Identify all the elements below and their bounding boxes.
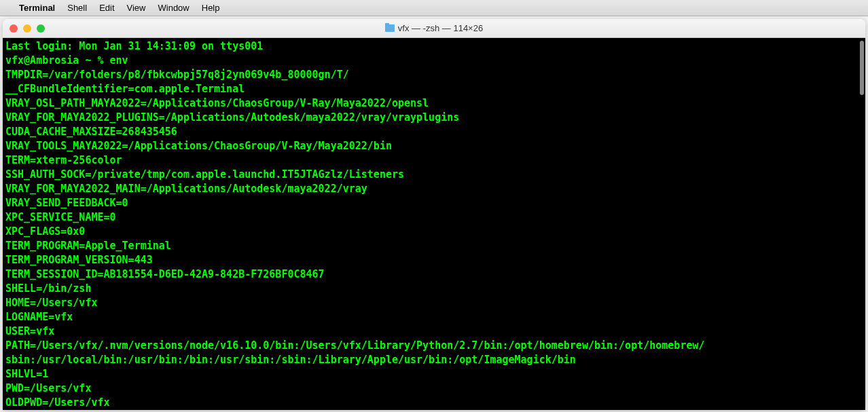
terminal-line: TERM_PROGRAM_VERSION=443 — [5, 253, 863, 267]
terminal-line: SHELL=/bin/zsh — [5, 282, 863, 296]
window-title-text: vfx — -zsh — 114×26 — [398, 23, 483, 33]
traffic-lights — [10, 24, 45, 33]
terminal-line: XPC_SERVICE_NAME=0 — [5, 210, 863, 225]
terminal-line: Last login: Mon Jan 31 14:31:09 on ttys0… — [5, 39, 863, 54]
terminal-line: PWD=/Users/vfx — [5, 381, 863, 396]
terminal-line: VRAY_FOR_MAYA2022_PLUGINS=/Applications/… — [5, 111, 863, 125]
terminal-line: VRAY_SEND_FEEDBACK=0 — [5, 196, 863, 210]
terminal-line: TERM_SESSION_ID=AB181554-D6ED-42A9-842B-… — [5, 267, 863, 282]
window-menu[interactable]: Window — [158, 3, 189, 13]
terminal-line: VRAY_FOR_MAYA2022_MAIN=/Applications/Aut… — [5, 182, 863, 196]
terminal-line: TMPDIR=/var/folders/p8/fbkcwbpj57q8j2yn0… — [5, 68, 863, 82]
terminal-line: SSH_AUTH_SOCK=/private/tmp/com.apple.lau… — [5, 168, 863, 182]
window-title: vfx — -zsh — 114×26 — [385, 23, 483, 33]
terminal-line: VRAY_TOOLS_MAYA2022=/Applications/ChaosG… — [5, 139, 863, 153]
close-button[interactable] — [10, 24, 18, 33]
terminal-line: TERM_PROGRAM=Apple_Terminal — [5, 239, 863, 253]
shell-menu[interactable]: Shell — [67, 3, 87, 13]
terminal-line: sbin:/usr/local/bin:/usr/bin:/bin:/usr/s… — [5, 353, 863, 367]
terminal-output[interactable]: Last login: Mon Jan 31 14:31:09 on ttys0… — [3, 38, 865, 410]
terminal-line: HOME=/Users/vfx — [5, 296, 863, 310]
help-menu[interactable]: Help — [202, 3, 220, 13]
terminal-line: __CFBundleIdentifier=com.apple.Terminal — [5, 82, 863, 96]
minimize-button[interactable] — [23, 24, 31, 33]
maximize-button[interactable] — [37, 24, 45, 33]
terminal-line: vfx@Ambrosia ~ % env — [5, 54, 863, 68]
window-titlebar[interactable]: vfx — -zsh — 114×26 — [3, 19, 865, 38]
edit-menu[interactable]: Edit — [99, 3, 114, 13]
terminal-window: vfx — -zsh — 114×26 Last login: Mon Jan … — [3, 19, 865, 410]
terminal-line: PATH=/Users/vfx/.nvm/versions/node/v16.1… — [5, 339, 863, 353]
terminal-line: SHLVL=1 — [5, 367, 863, 381]
app-menu[interactable]: Terminal — [19, 3, 55, 13]
folder-icon — [385, 24, 395, 32]
terminal-line: OLDPWD=/Users/vfx — [5, 396, 863, 410]
terminal-line: LOGNAME=vfx — [5, 310, 863, 324]
system-menubar: Terminal Shell Edit View Window Help — [0, 0, 868, 16]
view-menu[interactable]: View — [127, 3, 146, 13]
terminal-line: TERM=xterm-256color — [5, 153, 863, 168]
terminal-line: USER=vfx — [5, 324, 863, 339]
terminal-line: VRAY_OSL_PATH_MAYA2022=/Applications/Cha… — [5, 96, 863, 111]
terminal-line: XPC_FLAGS=0x0 — [5, 225, 863, 239]
terminal-line: CUDA_CACHE_MAXSIZE=268435456 — [5, 125, 863, 139]
scrollbar-thumb[interactable] — [860, 41, 864, 95]
